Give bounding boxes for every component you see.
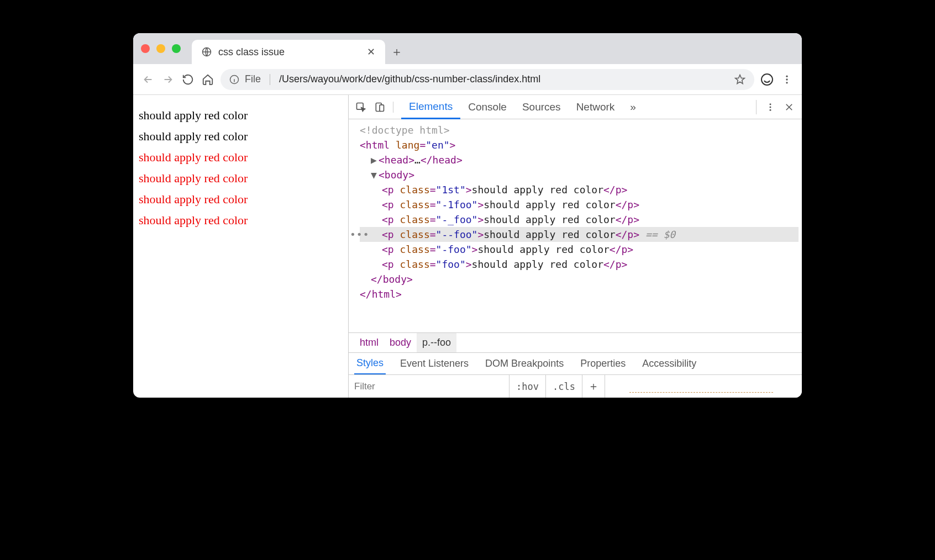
dom-row[interactable]: <p class="foo">should apply red color</p… bbox=[360, 257, 799, 272]
svg-rect-8 bbox=[380, 104, 384, 111]
back-button[interactable] bbox=[141, 72, 155, 87]
page-paragraph: should apply red color bbox=[139, 213, 343, 228]
home-button[interactable] bbox=[201, 72, 215, 87]
new-tab-button[interactable]: ＋ bbox=[385, 40, 408, 64]
dom-row[interactable]: ▶<head>…</head> bbox=[360, 152, 799, 167]
window-controls bbox=[141, 44, 181, 53]
dom-row[interactable]: <p class="1st">should apply red color</p… bbox=[360, 182, 799, 197]
tab-strip: css class issue ✕ ＋ bbox=[133, 33, 802, 64]
styles-tab-styles[interactable]: Styles bbox=[354, 353, 386, 375]
svg-point-5 bbox=[786, 82, 787, 83]
styles-tabbar: StylesEvent ListenersDOM BreakpointsProp… bbox=[349, 352, 802, 374]
devtools-tab-elements[interactable]: Elements bbox=[401, 96, 460, 119]
svg-point-10 bbox=[770, 106, 771, 108]
content-area: should apply red colorshould apply red c… bbox=[133, 95, 802, 398]
maximize-window-button[interactable] bbox=[172, 44, 181, 53]
dom-row[interactable]: ▼<body> bbox=[360, 167, 799, 182]
url-path: /Users/wayou/work/dev/github/css-number-… bbox=[279, 73, 729, 85]
svg-point-2 bbox=[761, 74, 773, 85]
toolbar: File /Users/wayou/work/dev/github/css-nu… bbox=[133, 64, 802, 95]
svg-point-4 bbox=[786, 78, 787, 80]
dom-row[interactable]: <!doctype html> bbox=[360, 123, 799, 138]
hov-toggle[interactable]: :hov bbox=[509, 375, 545, 398]
cls-toggle[interactable]: .cls bbox=[545, 375, 582, 398]
dom-row[interactable]: <p class="-1foo">should apply red color<… bbox=[360, 197, 799, 212]
url-scheme-label: File bbox=[245, 73, 261, 85]
inspect-element-icon[interactable] bbox=[355, 102, 366, 113]
globe-icon bbox=[202, 47, 212, 57]
address-bar[interactable]: File /Users/wayou/work/dev/github/css-nu… bbox=[220, 69, 754, 90]
breadcrumb-item[interactable]: p.--foo bbox=[417, 333, 456, 352]
page-paragraph: should apply red color bbox=[139, 171, 343, 186]
devtools-panel: ElementsConsoleSourcesNetwork » <!doctyp… bbox=[349, 95, 802, 398]
devtools-tab-console[interactable]: Console bbox=[460, 95, 514, 119]
new-style-rule-button[interactable]: ＋ bbox=[582, 375, 605, 398]
browser-window: css class issue ✕ ＋ File /Users/wayou/wo… bbox=[133, 33, 802, 398]
devtools-menu-icon[interactable] bbox=[765, 102, 775, 112]
breadcrumb-item[interactable]: body bbox=[384, 333, 417, 352]
svg-point-9 bbox=[770, 103, 771, 105]
page-paragraph: should apply red color bbox=[139, 129, 343, 144]
styles-tab-properties[interactable]: Properties bbox=[578, 353, 628, 374]
minimize-window-button[interactable] bbox=[156, 44, 165, 53]
breadcrumb-item[interactable]: html bbox=[354, 333, 384, 352]
dom-tree[interactable]: <!doctype html><html lang="en">▶<head>…<… bbox=[349, 119, 802, 332]
page-paragraph: should apply red color bbox=[139, 150, 343, 165]
styles-tab-dom-breakpoints[interactable]: DOM Breakpoints bbox=[483, 353, 566, 374]
styles-filter-input[interactable] bbox=[349, 375, 509, 398]
page-paragraph: should apply red color bbox=[139, 192, 343, 207]
dom-breadcrumb: htmlbodyp.--foo bbox=[349, 332, 802, 352]
dom-row[interactable]: <p class="-foo">should apply red color</… bbox=[360, 242, 799, 257]
page-info-icon[interactable] bbox=[229, 75, 239, 84]
devtools-overflow-icon[interactable]: » bbox=[622, 95, 644, 119]
omnibox-divider bbox=[270, 74, 270, 85]
tab-title: css class issue bbox=[218, 46, 285, 58]
dom-row[interactable]: <html lang="en"> bbox=[360, 138, 799, 152]
profile-avatar-icon[interactable] bbox=[760, 72, 774, 87]
page-paragraph: should apply red color bbox=[139, 108, 343, 123]
devtools-close-icon[interactable] bbox=[784, 102, 794, 112]
styles-tab-event-listeners[interactable]: Event Listeners bbox=[398, 353, 471, 374]
browser-tab[interactable]: css class issue ✕ bbox=[192, 40, 385, 64]
box-model-preview-edge bbox=[629, 392, 773, 395]
dom-row[interactable]: </body> bbox=[360, 272, 799, 287]
close-window-button[interactable] bbox=[141, 44, 150, 53]
styles-tab-accessibility[interactable]: Accessibility bbox=[640, 353, 698, 374]
devtools-tab-sources[interactable]: Sources bbox=[514, 95, 569, 119]
dom-row[interactable]: •••<p class="--foo">should apply red col… bbox=[360, 227, 799, 242]
devtools-tabbar-separator bbox=[756, 100, 757, 114]
dom-row[interactable]: </html> bbox=[360, 287, 799, 302]
devtools-tab-network[interactable]: Network bbox=[569, 95, 623, 119]
forward-button[interactable] bbox=[161, 72, 175, 87]
bookmark-icon[interactable] bbox=[734, 74, 745, 85]
styles-filter-bar: :hov .cls ＋ bbox=[349, 374, 802, 398]
reload-button[interactable] bbox=[181, 72, 195, 87]
rendered-page: should apply red colorshould apply red c… bbox=[133, 95, 349, 398]
dom-row[interactable]: <p class="-_foo">should apply red color<… bbox=[360, 212, 799, 227]
devtools-tabbar: ElementsConsoleSourcesNetwork » bbox=[349, 95, 802, 119]
svg-point-11 bbox=[770, 109, 771, 110]
device-toolbar-icon[interactable] bbox=[374, 102, 385, 113]
svg-point-3 bbox=[786, 75, 787, 77]
menu-icon[interactable] bbox=[780, 72, 794, 87]
close-tab-icon[interactable]: ✕ bbox=[367, 46, 375, 58]
